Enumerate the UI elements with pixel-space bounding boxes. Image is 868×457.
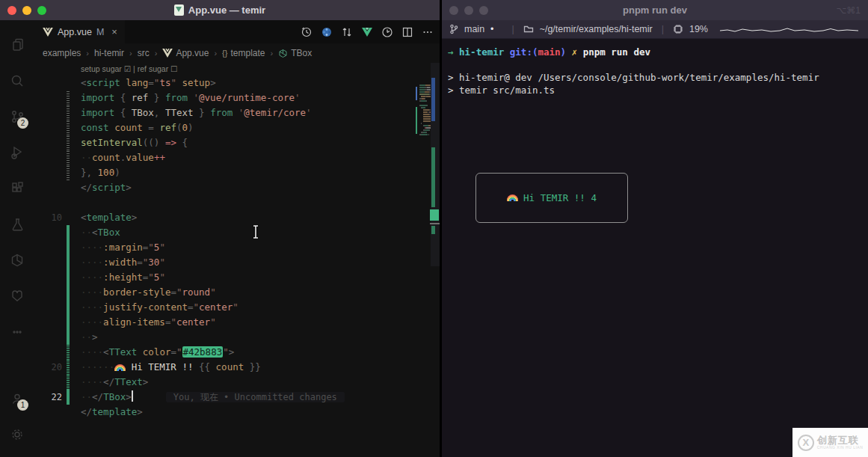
source-control-icon[interactable]: 2 (0, 99, 34, 135)
line-number (34, 405, 62, 420)
line-number (34, 285, 62, 300)
vue-logo-icon (162, 49, 173, 58)
extensions-icon[interactable] (0, 171, 34, 206)
split-editor-icon[interactable] (401, 26, 413, 38)
tab-close-icon[interactable]: × (111, 26, 117, 37)
code-line[interactable]: }, 100) (34, 165, 440, 180)
more-views-icon[interactable] (0, 314, 34, 350)
tab-shortcut: ⌥⌘1 (836, 5, 861, 16)
explorer-icon[interactable] (0, 27, 34, 63)
breadcrumb-item[interactable]: examples (43, 48, 81, 58)
code-line[interactable]: ····justify-content="center" (34, 300, 440, 315)
vscode-titlebar[interactable]: App.vue — temir (0, 0, 440, 20)
line-number (34, 150, 62, 165)
watermark-title: 创新互联 (817, 435, 864, 445)
line-number (34, 330, 62, 345)
code-line[interactable]: </script> (34, 180, 440, 195)
line-number (34, 105, 62, 120)
tab-appvue[interactable]: App.vue M × (34, 20, 125, 43)
codelens-setup-sugar[interactable]: setup sugar ☑ | ref sugar ☐ (34, 63, 440, 76)
tbox-output-text: Hi TEMIR !! 4 (523, 192, 597, 203)
vue-file-icon (174, 4, 184, 16)
line-number (34, 315, 62, 330)
code-editor[interactable]: setup sugar ☑ | ref sugar ☐ <script lang… (34, 63, 440, 457)
ruler-modified-mark (431, 78, 435, 121)
rainbow-emoji (507, 194, 518, 201)
ruler-added-mark (431, 226, 435, 234)
terminal-statusbar: main • | ~/g/temir/examples/hi-temir | 1… (442, 20, 868, 39)
code-line[interactable]: 22··</TBox>You, 现在 • Uncommitted changes (34, 390, 440, 405)
timeline-icon[interactable] (301, 26, 313, 38)
breadcrumb-item[interactable]: src (138, 48, 150, 58)
code-line[interactable]: <script lang="ts" setup> (34, 76, 440, 91)
code-line[interactable]: setInterval(() => { (34, 135, 440, 150)
testing-icon[interactable] (0, 206, 34, 242)
code-line[interactable]: ····:width="30" (34, 255, 440, 270)
git-blame-annotation: You, 现在 • Uncommitted changes (166, 392, 345, 402)
line-number (34, 300, 62, 315)
breadcrumb-item[interactable]: hi-temir (94, 48, 124, 58)
code-line[interactable]: ····border-style="round" (34, 285, 440, 300)
watermark-icon: X (798, 435, 814, 451)
tab-label: App.vue (58, 27, 92, 37)
line-number (34, 76, 62, 91)
compare-changes-icon[interactable] (341, 26, 353, 38)
gitlens-icon[interactable] (0, 278, 34, 314)
run-debug-icon[interactable] (0, 135, 34, 171)
code-line[interactable]: const count = ref(0) (34, 120, 440, 135)
code-line[interactable]: 10<template> (34, 210, 440, 225)
breadcrumb-item[interactable]: TBox (278, 48, 312, 58)
code-line[interactable]: 20······ Hi TEMIR !! {{ count }} (34, 360, 440, 375)
code-line[interactable]: ····align-items="center" (34, 315, 440, 330)
code-line[interactable]: ····</TText> (34, 375, 440, 390)
cpu-percent: 19% (689, 24, 708, 34)
code-line[interactable]: import { TBox, TText } from '@temir/core… (34, 105, 440, 120)
line-number (34, 225, 62, 240)
branch-name: main (464, 24, 484, 34)
terminal-title: pnpm run dev (442, 4, 868, 16)
line-number (34, 270, 62, 285)
breadcrumb-item[interactable]: App.vue (162, 48, 209, 58)
accounts-icon[interactable]: 1 (0, 381, 34, 417)
scm-badge: 2 (17, 117, 28, 129)
breadcrumb: examples› hi-temir› src› App.vue› {} tem… (34, 43, 440, 63)
code-line[interactable] (34, 195, 440, 210)
window-title: App.vue — temir (0, 4, 440, 16)
run-file-icon[interactable] (381, 26, 393, 38)
terminal-titlebar[interactable]: pnpm run dev ⌥⌘1 (442, 0, 868, 20)
line-number (34, 240, 62, 255)
vitesse-icon[interactable] (361, 26, 373, 38)
git-branch-icon (449, 24, 458, 34)
code-line[interactable]: ··count.value++ (34, 150, 440, 165)
code-line[interactable]: ··> (34, 330, 440, 345)
code-line[interactable]: ····:margin="5" (34, 240, 440, 255)
terminal-line: > temir src/main.ts (448, 84, 868, 96)
settings-gear-icon[interactable] (0, 417, 34, 453)
folder-icon (523, 25, 534, 34)
code-line[interactable]: ····<TText color="#42b883"> (34, 345, 440, 360)
text-caret (132, 390, 133, 402)
cpu-icon (673, 24, 683, 34)
line-number: 22 (34, 390, 62, 405)
package-icon[interactable] (0, 242, 34, 278)
cpu-sparkline (718, 25, 861, 34)
more-actions-icon[interactable] (422, 26, 434, 38)
terminal-body[interactable]: → hi-temir git:(main) ✗ pnpm run dev > h… (442, 39, 868, 456)
search-icon[interactable] (0, 63, 34, 99)
line-number (34, 180, 62, 195)
ruler-cursor-mark (430, 223, 440, 224)
code-line[interactable]: ··<TBox (34, 225, 440, 240)
accounts-badge: 1 (17, 399, 28, 411)
code-line[interactable]: import { ref } from '@vue/runtime-core' (34, 91, 440, 105)
vue-logo-icon (43, 28, 53, 37)
line-number (34, 195, 62, 210)
activity-bar: 2 1 (0, 20, 34, 457)
terminal-line (448, 58, 868, 71)
code-line[interactable]: ····:height="5" (34, 270, 440, 285)
breadcrumb-item[interactable]: {} template (222, 48, 265, 58)
formatter-icon[interactable] (321, 26, 333, 38)
line-number (34, 255, 62, 270)
line-number (34, 120, 62, 135)
code-line[interactable]: </template> (34, 405, 440, 420)
mouse-ibeam-cursor (250, 224, 261, 242)
